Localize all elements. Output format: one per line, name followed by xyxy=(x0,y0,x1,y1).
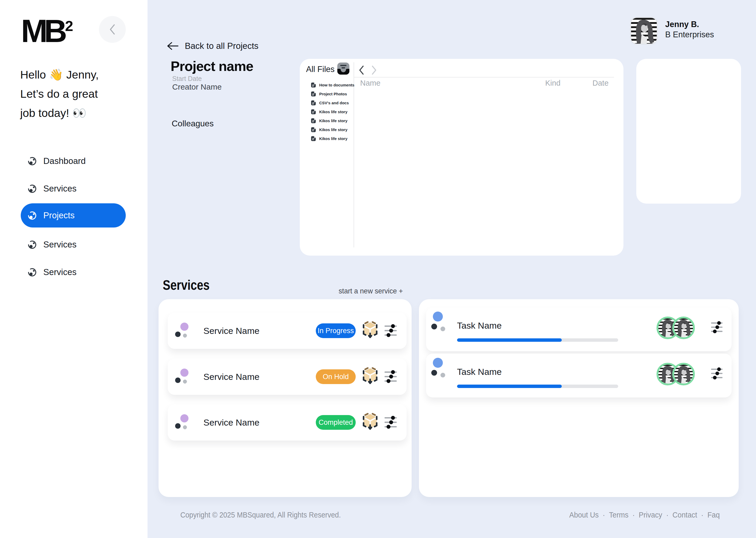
sidebar-item-label: Dashboard xyxy=(43,156,86,166)
file-item[interactable]: Kikos life story xyxy=(310,125,354,134)
task-name: Task Name xyxy=(457,367,502,377)
file-nav-arrows xyxy=(358,65,377,75)
file-browser-panel: All Files Name Kind Date How to document… xyxy=(300,59,624,256)
sliders-icon[interactable] xyxy=(385,416,397,429)
document-icon xyxy=(310,100,316,106)
app-logo: MB2 xyxy=(21,13,73,49)
file-name: CSV's and docs xyxy=(319,101,349,105)
assignee-avatars[interactable] xyxy=(656,363,695,385)
services-heading: Services xyxy=(163,277,210,293)
footer-link-faq[interactable]: Faq xyxy=(701,511,720,519)
task-progress-fill xyxy=(457,338,562,342)
service-dots-icon xyxy=(168,313,194,342)
footer-link-privacy[interactable]: Privacy xyxy=(632,511,662,519)
task-row[interactable]: Task Name xyxy=(426,307,732,351)
column-header-name: Name xyxy=(360,79,380,87)
document-icon xyxy=(310,126,316,133)
file-item[interactable]: CSV's and docs xyxy=(310,98,354,107)
status-badge: In Progress xyxy=(316,323,356,338)
sidebar-item-label: Services xyxy=(43,240,77,249)
greeting-text: Hello 👋 Jenny, Let’s do a great job toda… xyxy=(20,65,136,123)
all-files-title[interactable]: All Files xyxy=(306,65,335,74)
assignee-avatar xyxy=(672,317,695,339)
user-organization: B Enterprises xyxy=(665,30,714,40)
assignee-avatars[interactable] xyxy=(656,317,695,339)
footer-link-about[interactable]: About Us xyxy=(569,511,599,519)
inbox-icon xyxy=(337,62,350,75)
service-dots-icon xyxy=(168,358,194,388)
footer-link-terms[interactable]: Terms xyxy=(603,511,629,519)
tasks-card: Task Name Task Name xyxy=(419,299,739,497)
services-icon xyxy=(27,184,37,193)
file-item[interactable]: Kikos life story xyxy=(310,116,354,125)
sliders-icon[interactable] xyxy=(711,367,723,380)
assignee-avatar xyxy=(672,363,695,385)
footer-links: About Us Terms Privacy Contact Faq xyxy=(569,511,720,519)
task-name: Task Name xyxy=(457,320,502,331)
footer-link-contact[interactable]: Contact xyxy=(666,511,697,519)
status-badge: Completed xyxy=(316,415,356,430)
document-icon xyxy=(310,117,316,124)
greeting-line: Hello 👋 Jenny, xyxy=(20,65,136,84)
file-name: Project Photos xyxy=(319,92,347,96)
colleagues-label: Colleagues xyxy=(172,119,214,129)
sliders-icon[interactable] xyxy=(385,324,397,337)
arrow-left-icon xyxy=(166,41,178,50)
sidebar-item-label: Services xyxy=(43,267,77,277)
sidebar-item-services-2[interactable]: Services xyxy=(21,233,126,257)
task-progress-bar xyxy=(457,338,618,342)
services-card: Service Name In Progress Service Name On… xyxy=(159,299,412,497)
file-item[interactable]: How to documents xyxy=(310,81,354,89)
service-row[interactable]: Service Name Completed xyxy=(168,404,406,441)
sidebar-item-label: Projects xyxy=(43,210,74,220)
dashboard-icon xyxy=(27,157,37,166)
document-icon xyxy=(310,135,316,142)
services-icon xyxy=(27,268,37,277)
greeting-line: job today! 👀 xyxy=(20,103,136,123)
document-icon xyxy=(310,82,316,88)
package-cube-icon xyxy=(362,367,378,384)
project-title: Project name xyxy=(170,58,253,74)
file-item[interactable]: Kikos life story xyxy=(310,107,354,116)
task-progress-fill xyxy=(457,385,562,388)
task-row[interactable]: Task Name xyxy=(426,353,732,398)
nav-forward-icon[interactable] xyxy=(371,65,377,75)
nav-back-icon[interactable] xyxy=(358,65,365,75)
service-row[interactable]: Service Name On Hold xyxy=(168,358,406,395)
project-creator: Creator Name xyxy=(172,82,221,91)
sliders-icon[interactable] xyxy=(385,370,397,383)
service-row[interactable]: Service Name In Progress xyxy=(168,313,406,349)
status-badge: On Hold xyxy=(316,369,356,384)
file-item[interactable]: Kikos life story xyxy=(310,134,354,143)
back-to-projects-link[interactable]: Back to all Projects xyxy=(166,41,259,51)
services-icon xyxy=(27,240,37,249)
back-label: Back to all Projects xyxy=(185,41,259,51)
file-name: Kikos life story xyxy=(319,119,348,123)
package-cube-icon xyxy=(362,413,378,430)
sidebar: MB2 Hello 👋 Jenny, Let’s do a great job … xyxy=(0,0,148,538)
sidebar-item-services-1[interactable]: Services xyxy=(21,177,126,201)
user-avatar xyxy=(630,17,658,45)
chevron-left-icon xyxy=(109,24,116,35)
portrait-image xyxy=(631,18,657,44)
user-info: Jenny B. B Enterprises xyxy=(665,17,714,45)
portrait-image xyxy=(674,318,693,337)
file-item[interactable]: Project Photos xyxy=(310,89,354,98)
start-new-service-link[interactable]: start a new service + xyxy=(339,287,403,295)
column-header-date: Date xyxy=(592,79,608,87)
user-chip[interactable]: Jenny B. B Enterprises xyxy=(630,17,714,45)
package-cube-icon xyxy=(362,321,378,338)
file-name: Kikos life story xyxy=(319,110,348,114)
task-progress-bar xyxy=(457,385,618,388)
file-name: Kikos life story xyxy=(319,136,348,141)
task-dots-icon xyxy=(426,353,452,383)
file-name: Kikos life story xyxy=(319,128,348,132)
table-header-line xyxy=(354,77,614,78)
sidebar-collapse-button[interactable] xyxy=(99,16,126,43)
sidebar-item-dashboard[interactable]: Dashboard xyxy=(21,149,126,173)
sliders-icon[interactable] xyxy=(711,321,723,334)
sidebar-item-services-3[interactable]: Services xyxy=(21,260,126,284)
column-header-kind: Kind xyxy=(545,79,560,87)
sidebar-item-projects[interactable]: Projects xyxy=(21,203,126,228)
service-dots-icon xyxy=(168,404,194,433)
